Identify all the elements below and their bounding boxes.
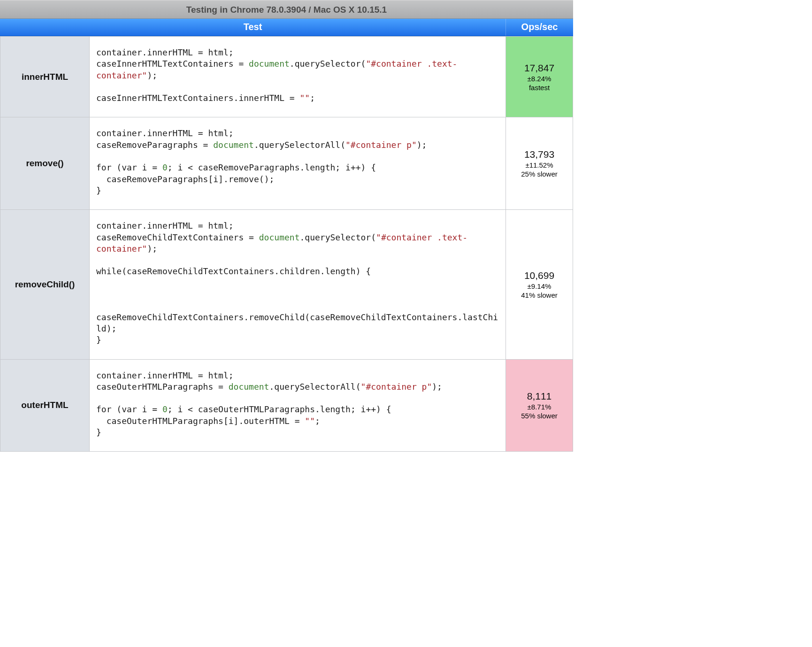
test-code: container.innerHTML = html; caseInnerHTM… [90,37,506,117]
test-name: outerHTML [0,359,90,452]
ops-error: ±9.14% [509,282,570,290]
table-row: innerHTMLcontainer.innerHTML = html; cas… [0,37,573,117]
code-block: container.innerHTML = html; caseOuterHTM… [96,370,499,439]
ops-value: 17,847 [509,62,570,74]
title-bar: Testing in Chrome 78.0.3904 / Mac OS X 1… [0,0,573,19]
code-block: container.innerHTML = html; caseInnerHTM… [96,47,499,104]
ops-note: 55% slower [509,412,570,420]
header-test: Test [0,19,506,36]
ops-cell: 10,699±9.14%41% slower [506,210,573,359]
table-row: outerHTMLcontainer.innerHTML = html; cas… [0,359,573,452]
results-table: innerHTMLcontainer.innerHTML = html; cas… [0,36,573,452]
ops-error: ±8.24% [509,75,570,83]
code-block: container.innerHTML = html; caseRemovePa… [96,128,499,196]
ops-value: 8,111 [509,391,570,402]
test-code: container.innerHTML = html; caseRemovePa… [90,117,506,210]
test-name: innerHTML [0,37,90,117]
ops-note: 41% slower [509,291,570,299]
test-name: removeChild() [0,210,90,359]
ops-error: ±11.52% [509,161,570,169]
benchmark-panel: Testing in Chrome 78.0.3904 / Mac OS X 1… [0,0,573,452]
header-ops: Ops/sec [506,19,573,36]
title-text: Testing in Chrome 78.0.3904 / Mac OS X 1… [186,5,387,15]
test-name: remove() [0,117,90,210]
table-row: removeChild()container.innerHTML = html;… [0,210,573,359]
ops-value: 10,699 [509,270,570,281]
ops-note: fastest [509,84,570,92]
table-header: Test Ops/sec [0,19,573,36]
test-code: container.innerHTML = html; caseRemoveCh… [90,210,506,359]
ops-note: 25% slower [509,170,570,178]
ops-cell: 8,111±8.71%55% slower [506,359,573,452]
code-block: container.innerHTML = html; caseRemoveCh… [96,220,499,346]
test-code: container.innerHTML = html; caseOuterHTM… [90,359,506,452]
ops-cell: 13,793±11.52%25% slower [506,117,573,210]
ops-error: ±8.71% [509,403,570,411]
ops-value: 13,793 [509,149,570,160]
table-row: remove()container.innerHTML = html; case… [0,117,573,210]
ops-cell: 17,847±8.24%fastest [506,37,573,117]
